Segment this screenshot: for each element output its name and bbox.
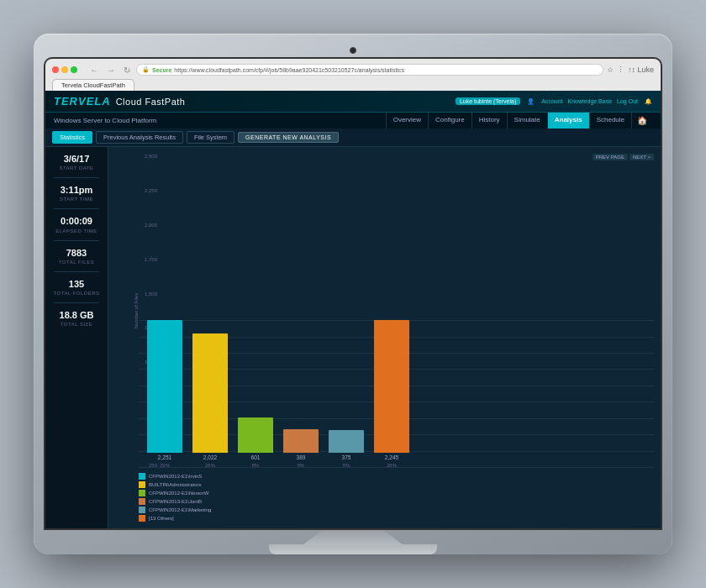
bars-area: 2,251 29% 2,022 26% <box>139 320 654 468</box>
close-button[interactable] <box>52 66 59 73</box>
nav-tabs: Windows Server to Cloud Platform Overvie… <box>45 113 661 129</box>
minimize-button[interactable] <box>61 66 68 73</box>
bar-0[interactable] <box>147 320 182 453</box>
stat-label-total-folders: TOTAL FOLDERS <box>50 291 103 296</box>
user-os-info: ↑↕ Luke <box>628 66 654 74</box>
logo-cfp: Cloud FastPath <box>116 97 186 107</box>
url-text: https://www.cloudfastpath.com/cfp/#/job/… <box>174 67 404 73</box>
app-header: TERVELA Cloud FastPath Luke tubinte (Ter… <box>45 91 661 113</box>
account-link[interactable]: Account <box>541 98 562 104</box>
browser-tab-active[interactable]: Tervela CloudFastPath <box>52 79 134 91</box>
home-icon[interactable]: 🏠 <box>632 113 652 129</box>
back-button[interactable]: ← <box>87 65 101 76</box>
stat-label-total-size: TOTAL SIZE <box>50 322 103 327</box>
bar-3[interactable] <box>283 429 319 452</box>
stat-value-start-date: 3/6/17 <box>50 154 103 165</box>
bar-pct-4: 5% <box>343 463 350 468</box>
stat-start-time: 3:11pm START TIME <box>50 185 103 202</box>
generate-analysis-button[interactable]: GENERATE NEW ANALYSIS <box>238 132 339 143</box>
logo-area: TERVELA Cloud FastPath <box>54 95 186 108</box>
bar-4[interactable] <box>329 430 364 452</box>
nav-item-history[interactable]: History <box>472 113 508 129</box>
browser-nav: ← → ↻ 🔒 Secure https://www.cloudfastpath… <box>87 64 603 76</box>
legend-item-3: CFPWIN2013-E1\JoniB <box>139 498 654 505</box>
stat-divider-5 <box>54 302 99 303</box>
monitor: ← → ↻ 🔒 Secure https://www.cloudfastpath… <box>34 34 672 554</box>
legend-color-3 <box>139 498 145 505</box>
forward-button[interactable]: → <box>104 65 118 76</box>
page-title: Windows Server to Cloud Platform <box>54 113 156 128</box>
y-tick-3: 1,750 <box>139 257 157 262</box>
bar-pct-0: 29% <box>160 463 170 468</box>
browser-controls: ← → ↻ 🔒 Secure https://www.cloudfastpath… <box>52 64 654 76</box>
legend-item-0: CFPWIN2012-E1\IrvinS <box>139 473 654 480</box>
main-nav: Overview Configure History Simulate Anal… <box>386 113 652 129</box>
nav-item-simulate[interactable]: Simulate <box>508 113 548 129</box>
maximize-button[interactable] <box>71 66 77 73</box>
y-tick-4: 1,500 <box>139 291 157 297</box>
star-icon[interactable]: ☆ <box>607 66 614 74</box>
stat-label-start-time: START TIME <box>50 197 103 202</box>
legend-text-1: BUILTIN\Administrators <box>149 482 202 487</box>
user-header: Luke tubinte (Tervela) 👤 Account Knowled… <box>456 97 652 105</box>
bar-1[interactable] <box>192 333 228 453</box>
bar-label-5: 2,245 <box>385 454 398 461</box>
menu-icon[interactable]: ⋮ <box>617 66 624 74</box>
chart-wrapper: Number of Files 2,500 2,250 2,000 1,750 … <box>115 154 654 468</box>
refresh-button[interactable]: ↻ <box>121 65 133 76</box>
y-tick-1: 2,250 <box>139 188 157 193</box>
monitor-stand <box>303 530 403 545</box>
traffic-lights <box>52 66 77 73</box>
legend-item-2: CFPWIN2012-E1\NestorW <box>139 490 654 496</box>
secure-label: Secure <box>152 67 171 73</box>
bar-label-0: 2,251 <box>158 454 171 461</box>
bar-group-5: 2,245 28% <box>374 320 409 468</box>
bar-label-1: 2,022 <box>203 454 217 461</box>
stat-label-start-date: START DATE <box>50 165 103 171</box>
stat-divider-2 <box>54 208 99 209</box>
bar-label-2: 601 <box>251 454 261 461</box>
nav-item-overview[interactable]: Overview <box>386 113 429 129</box>
bell-icon: 🔔 <box>645 98 652 105</box>
sub-tab-file-system[interactable]: File System <box>187 131 234 144</box>
bar-pct-1: 26% <box>205 463 215 468</box>
nav-item-schedule[interactable]: Schedule <box>590 113 632 129</box>
legend-text-0: CFPWIN2012-E1\IrvinS <box>149 474 202 479</box>
legend-color-0 <box>139 473 145 480</box>
stat-label-total-files: TOTAL FILES <box>50 260 103 265</box>
y-tick-2: 2,000 <box>139 223 157 228</box>
legend-color-2 <box>139 490 145 496</box>
bar-group-4: 375 5% <box>329 430 364 468</box>
logout-link[interactable]: Log Out <box>617 98 638 104</box>
address-bar[interactable]: 🔒 Secure https://www.cloudfastpath.com/c… <box>136 64 603 76</box>
y-tick-0: 2,500 <box>139 154 157 159</box>
sub-tab-previous-results[interactable]: Previous Analysis Results <box>96 131 183 144</box>
lock-icon: 🔒 <box>142 66 150 73</box>
user-icon: 👤 <box>527 98 535 105</box>
stat-value-total-folders: 135 <box>50 279 103 290</box>
legend-text-3: CFPWIN2013-E1\JoniB <box>149 499 202 504</box>
stat-total-files: 7883 TOTAL FILES <box>50 248 103 265</box>
stat-divider-3 <box>54 240 99 241</box>
chart-area: PREV PAGE NEXT > Number of Files 2,500 2… <box>108 147 661 528</box>
sub-tab-statistics[interactable]: Statistics <box>52 131 92 144</box>
stat-total-folders: 135 TOTAL FOLDERS <box>50 279 103 296</box>
legend-item-1: BUILTIN\Administrators <box>139 481 654 488</box>
nav-item-configure[interactable]: Configure <box>429 113 472 129</box>
camera-dot <box>350 47 356 54</box>
stat-total-size: 18.8 GB TOTAL SIZE <box>50 310 103 327</box>
bar-group-1: 2,022 26% <box>192 333 228 468</box>
logo-tervela: TERVELA <box>54 95 111 108</box>
stat-divider-4 <box>54 271 99 272</box>
bar-2[interactable] <box>238 417 273 453</box>
legend-color-1 <box>139 481 145 488</box>
knowledge-base-link[interactable]: Knowledge Base <box>568 98 613 104</box>
bar-pct-3: 5% <box>298 463 305 468</box>
bar-5[interactable] <box>374 320 409 452</box>
bar-group-2: 601 8% <box>238 417 273 468</box>
tab-bar: Tervela CloudFastPath <box>52 79 654 91</box>
stat-value-total-size: 18.8 GB <box>50 310 103 321</box>
stat-divider-1 <box>54 177 99 178</box>
app-content: TERVELA Cloud FastPath Luke tubinte (Ter… <box>45 91 661 528</box>
nav-item-analysis[interactable]: Analysis <box>548 113 590 129</box>
